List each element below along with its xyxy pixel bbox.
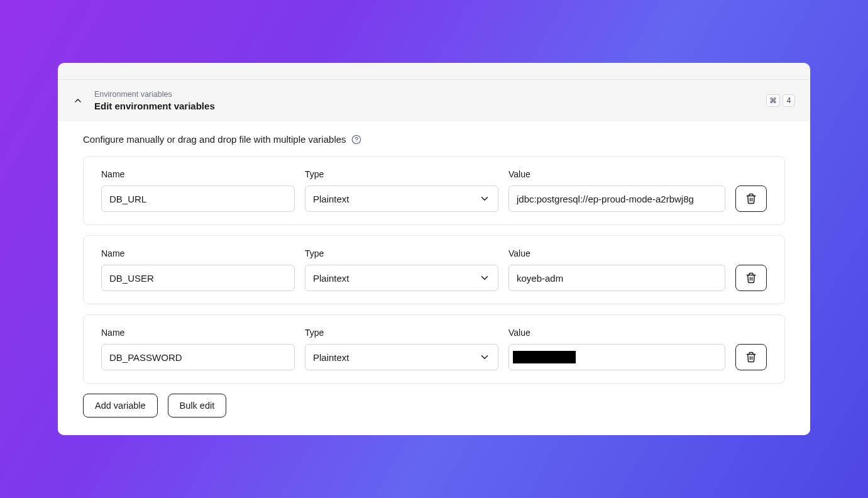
trash-icon <box>745 351 757 363</box>
trash-icon <box>745 272 757 284</box>
shortcut-key: 4 <box>783 94 795 107</box>
bulk-edit-button[interactable]: Bulk edit <box>168 394 227 418</box>
value-label: Value <box>508 169 725 179</box>
shortcut-modifier: ⌘ <box>766 94 780 107</box>
type-label: Type <box>305 169 498 179</box>
delete-button[interactable] <box>735 265 767 291</box>
variable-row: Name Type Plaintext Value <box>83 235 785 304</box>
keyboard-shortcut: ⌘ 4 <box>766 94 795 107</box>
type-select[interactable]: Plaintext <box>305 265 498 291</box>
name-input[interactable] <box>101 265 295 291</box>
delete-button[interactable] <box>735 185 767 212</box>
type-value: Plaintext <box>313 352 479 363</box>
instruction-text: Configure manually or drag and drop file… <box>83 134 346 145</box>
collapse-toggle[interactable] <box>73 96 83 106</box>
section-title: Edit environment variables <box>94 101 766 111</box>
type-value: Plaintext <box>313 194 479 204</box>
name-label: Name <box>101 328 295 338</box>
value-input[interactable] <box>508 185 725 212</box>
header-titles: Environment variables Edit environment v… <box>94 90 766 111</box>
chevron-down-icon <box>479 272 490 284</box>
section-label: Environment variables <box>94 90 766 99</box>
help-icon[interactable] <box>351 135 361 145</box>
instruction-row: Configure manually or drag and drop file… <box>83 134 785 145</box>
panel-body: Configure manually or drag and drop file… <box>58 121 810 435</box>
delete-button[interactable] <box>735 344 767 370</box>
add-variable-button[interactable]: Add variable <box>83 394 158 418</box>
chevron-down-icon <box>479 351 490 363</box>
footer-actions: Add variable Bulk edit <box>83 394 785 418</box>
type-label: Type <box>305 328 498 338</box>
variable-row: Name Type Plaintext Value <box>83 314 785 384</box>
variable-row: Name Type Plaintext Value <box>83 156 785 225</box>
name-label: Name <box>101 169 295 179</box>
question-circle-icon <box>351 135 361 145</box>
name-label: Name <box>101 248 295 258</box>
type-select[interactable]: Plaintext <box>305 185 498 212</box>
redacted-mask <box>513 351 576 363</box>
chevron-up-icon <box>73 96 83 106</box>
value-input[interactable] <box>508 265 725 291</box>
trash-icon <box>745 193 757 204</box>
env-variables-panel: Environment variables Edit environment v… <box>58 63 810 435</box>
panel-header: Environment variables Edit environment v… <box>58 79 810 121</box>
type-label: Type <box>305 248 498 258</box>
value-label: Value <box>508 248 725 258</box>
chevron-down-icon <box>479 193 490 204</box>
type-value: Plaintext <box>313 273 479 284</box>
value-label: Value <box>508 328 725 338</box>
type-select[interactable]: Plaintext <box>305 344 498 370</box>
name-input[interactable] <box>101 344 295 370</box>
value-input-redacted[interactable] <box>508 344 725 370</box>
name-input[interactable] <box>101 185 295 212</box>
